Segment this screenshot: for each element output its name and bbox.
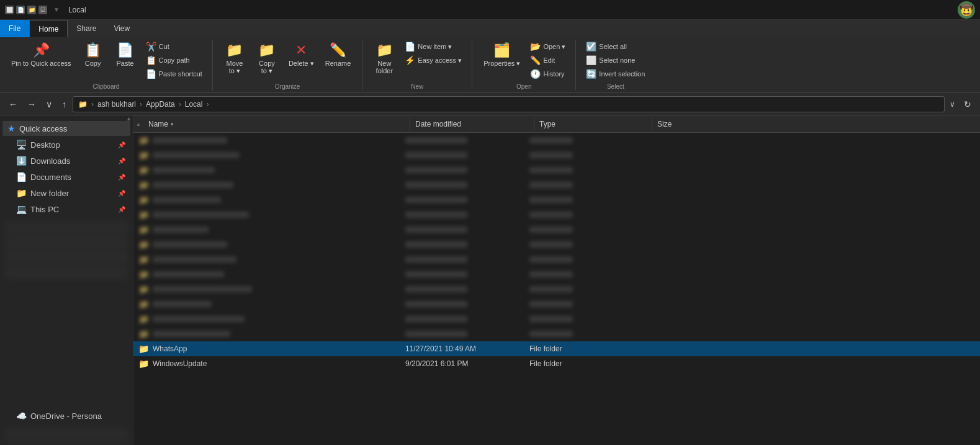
table-row[interactable]: 📁 bbox=[133, 326, 980, 341]
col-header-type[interactable]: Type bbox=[534, 117, 652, 131]
pin-to-quick-access-button[interactable]: 📌 Pin to Quick access bbox=[6, 40, 76, 70]
address-dropdown-button[interactable]: ∨ bbox=[947, 97, 958, 111]
sidebar-quick-access[interactable]: ★ Quick access bbox=[2, 121, 130, 136]
tab-file[interactable]: File bbox=[0, 20, 29, 37]
cut-button[interactable]: ✂️ Cut bbox=[142, 40, 206, 53]
pin-icon: 📌 bbox=[33, 42, 50, 58]
select-none-button[interactable]: ⬜ Select none bbox=[582, 53, 649, 67]
copy-path-button[interactable]: 📋 Copy path bbox=[142, 53, 206, 67]
new-folder-button[interactable]: 📁 Newfolder bbox=[369, 40, 400, 77]
table-row[interactable]: 📁 bbox=[133, 163, 980, 178]
address-right: ∨ ↻ bbox=[947, 97, 975, 112]
sort-indicator: ▲ bbox=[133, 121, 143, 127]
col-size-label: Size bbox=[657, 120, 672, 128]
this-pc-icon: 💻 bbox=[16, 204, 27, 214]
path-crumb-user[interactable]: ash bukhari bbox=[97, 100, 136, 109]
desktop-icon: 🖥️ bbox=[16, 140, 27, 150]
table-row[interactable]: 📁 bbox=[133, 267, 980, 282]
whatsapp-name: WhatsApp bbox=[153, 344, 187, 353]
col-name-label: Name bbox=[148, 120, 168, 128]
new-col: 📄 New item ▾ ⚡ Easy access ▾ bbox=[401, 40, 465, 67]
new-item-button[interactable]: 📄 New item ▾ bbox=[401, 40, 465, 53]
col-header-modified[interactable]: Date modified bbox=[410, 117, 534, 131]
tab-view[interactable]: View bbox=[105, 20, 138, 37]
sidebar-item-onedrive[interactable]: ☁️ OneDrive - Persona bbox=[2, 408, 130, 423]
title-bar-arrow: ▼ bbox=[53, 6, 60, 13]
properties-icon: 🗂️ bbox=[493, 42, 510, 58]
title-bar: ⬜ 📄 📁 ☑ ▼ Local 🤠 bbox=[0, 0, 980, 20]
table-row[interactable]: 📁 bbox=[133, 282, 980, 297]
open-items: 🗂️ Properties ▾ 📂 Open ▾ ✏️ Edit 🕐 Histo… bbox=[479, 40, 569, 81]
sidebar-item-this-pc[interactable]: 💻 This PC 📌 bbox=[2, 202, 130, 217]
history-button[interactable]: 🕐 History bbox=[526, 67, 569, 81]
table-row[interactable]: 📁 bbox=[133, 148, 980, 163]
cut-icon: ✂️ bbox=[146, 42, 156, 52]
sidebar-blurred-2 bbox=[0, 424, 133, 445]
select-all-button[interactable]: ☑️ Select all bbox=[582, 40, 649, 53]
sidebar-scroll-up[interactable]: ▲ bbox=[0, 115, 133, 120]
table-row[interactable]: 📁 bbox=[133, 133, 980, 148]
path-crumb-local[interactable]: Local bbox=[185, 100, 203, 109]
path-crumb-appdata[interactable]: AppData bbox=[146, 100, 175, 109]
clipboard-label: Clipboard bbox=[93, 83, 120, 90]
table-row-whatsapp[interactable]: 📁 WhatsApp 11/27/2021 10:49 AM File fold… bbox=[133, 341, 980, 356]
organize-label: Organize bbox=[275, 83, 300, 90]
edit-button[interactable]: ✏️ Edit bbox=[526, 53, 569, 67]
windowsupdate-folder-icon: 📁 bbox=[138, 359, 149, 369]
table-row[interactable]: 📁 bbox=[133, 207, 980, 222]
ribbon-group-select: ☑️ Select all ⬜ Select none 🔄 Invert sel… bbox=[576, 40, 655, 90]
windowsupdate-modified: 9/20/2021 6:01 PM bbox=[405, 359, 468, 368]
desktop-pin-icon: 📌 bbox=[118, 142, 125, 148]
paste-shortcut-icon: 📄 bbox=[146, 69, 156, 79]
forward-button[interactable]: → bbox=[24, 97, 40, 112]
table-row[interactable]: 📁 bbox=[133, 222, 980, 237]
sidebar-item-new-folder[interactable]: 📁 New folder 📌 bbox=[2, 186, 130, 200]
up-button[interactable]: ↑ bbox=[58, 97, 70, 112]
sidebar-item-documents[interactable]: 📄 Documents 📌 bbox=[2, 169, 130, 184]
sidebar-item-downloads[interactable]: ⬇️ Downloads 📌 bbox=[2, 153, 130, 168]
table-row[interactable]: 📁 bbox=[133, 312, 980, 326]
title-bar-icons: ⬜ 📄 📁 ☑ bbox=[5, 6, 47, 14]
col-header-name[interactable]: Name ▾ bbox=[143, 117, 410, 131]
paste-icon: 📄 bbox=[117, 42, 133, 58]
copy-path-icon: 📋 bbox=[146, 55, 156, 65]
delete-button[interactable]: ✕ Delete ▾ bbox=[284, 40, 319, 70]
documents-icon: 📄 bbox=[16, 172, 27, 182]
paste-shortcut-button[interactable]: 📄 Paste shortcut bbox=[142, 67, 206, 81]
sidebar-item-desktop[interactable]: 🖥️ Desktop 📌 bbox=[2, 137, 130, 152]
whatsapp-modified: 11/27/2021 10:49 AM bbox=[405, 344, 476, 353]
whatsapp-size bbox=[642, 348, 717, 350]
move-to-button[interactable]: 📁 Moveto ▾ bbox=[219, 40, 250, 78]
select-items: ☑️ Select all ⬜ Select none 🔄 Invert sel… bbox=[582, 40, 649, 81]
select-col: ☑️ Select all ⬜ Select none 🔄 Invert sel… bbox=[582, 40, 649, 81]
invert-selection-icon: 🔄 bbox=[586, 69, 596, 79]
address-refresh-button[interactable]: ↻ bbox=[960, 97, 975, 112]
onedrive-label: OneDrive - Persona bbox=[30, 411, 102, 421]
table-row[interactable]: 📁 bbox=[133, 237, 980, 252]
tab-home[interactable]: Home bbox=[29, 20, 68, 37]
table-row-windowsupdate[interactable]: 📁 WindowsUpdate 9/20/2021 6:01 PM File f… bbox=[133, 356, 980, 371]
ribbon-tabs: File Home Share View bbox=[0, 20, 980, 37]
table-row[interactable]: 📁 bbox=[133, 252, 980, 267]
properties-button[interactable]: 🗂️ Properties ▾ bbox=[479, 40, 525, 70]
new-items: 📁 Newfolder 📄 New item ▾ ⚡ Easy access ▾ bbox=[369, 40, 465, 81]
invert-selection-button[interactable]: 🔄 Invert selection bbox=[582, 67, 649, 81]
rename-button[interactable]: ✏️ Rename bbox=[320, 40, 356, 70]
back-button[interactable]: ← bbox=[5, 97, 21, 112]
easy-access-button[interactable]: ⚡ Easy access ▾ bbox=[401, 53, 465, 67]
table-row[interactable]: 📁 bbox=[133, 192, 980, 207]
recent-button[interactable]: ∨ bbox=[42, 97, 56, 112]
table-row[interactable]: 📁 bbox=[133, 297, 980, 312]
address-path[interactable]: 📁 › ash bukhari › AppData › Local › bbox=[73, 96, 945, 112]
open-icon: 📂 bbox=[530, 42, 541, 52]
col-header-size[interactable]: Size bbox=[652, 117, 727, 131]
title-bar-avatar: 🤠 bbox=[958, 1, 975, 19]
organize-items: 📁 Moveto ▾ 📁 Copyto ▾ ✕ Delete ▾ ✏️ Rena… bbox=[219, 40, 356, 81]
copy-to-button[interactable]: 📁 Copyto ▾ bbox=[251, 40, 282, 78]
open-button[interactable]: 📂 Open ▾ bbox=[526, 40, 569, 53]
paste-button[interactable]: 📄 Paste bbox=[110, 40, 141, 70]
tab-share[interactable]: Share bbox=[68, 20, 105, 37]
table-row[interactable]: 📁 bbox=[133, 178, 980, 192]
copy-button[interactable]: 📋 Copy bbox=[78, 40, 109, 70]
easy-access-icon: ⚡ bbox=[405, 55, 415, 65]
